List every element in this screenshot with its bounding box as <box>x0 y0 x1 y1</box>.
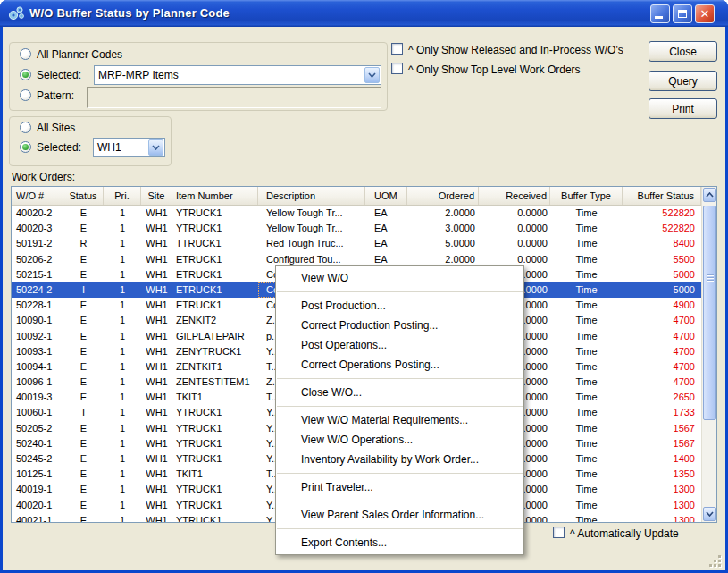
column-header-uom[interactable]: UOM <box>365 187 407 205</box>
cell-site: WH1 <box>141 405 172 420</box>
automatically-update-checkbox[interactable] <box>553 527 565 538</box>
column-header-status[interactable]: Status <box>63 187 104 205</box>
menu-item-view-w-o-operations[interactable]: View W/O Operations... <box>276 430 523 450</box>
cell-site: WH1 <box>141 267 172 282</box>
cell-item-number: ZENYTRUCK1 <box>172 344 258 359</box>
cell-item-number: ETRUCK1 <box>172 252 258 267</box>
cell-buffer-type: Time <box>550 498 623 513</box>
cell-description: Yellow Tough Tr... <box>258 206 365 221</box>
site-selected-label: Selected: <box>37 141 81 154</box>
planner-pattern-radio[interactable] <box>20 89 31 101</box>
column-header-buffer-status[interactable]: Buffer Status <box>623 187 701 205</box>
column-header-item-number[interactable]: Item Number <box>172 187 258 205</box>
menu-item-view-parent-sales-order-information[interactable]: View Parent Sales Order Information... <box>276 505 523 525</box>
cell-ordered: 2.0000 <box>407 206 479 221</box>
planner-pattern-label: Pattern: <box>37 89 74 102</box>
cell-pri: 1 <box>104 344 141 359</box>
cell-w-o: 40020-3 <box>12 221 63 236</box>
cell-site: WH1 <box>141 513 172 522</box>
cell-buffer-type: Time <box>550 482 623 497</box>
menu-item-post-operations[interactable]: Post Operations... <box>276 335 523 355</box>
vertical-scrollbar[interactable] <box>701 187 716 522</box>
all-planner-codes-radio[interactable] <box>20 48 31 60</box>
cell-w-o: 10096-1 <box>12 375 63 390</box>
cell-site: WH1 <box>141 467 172 482</box>
cell-item-number: YTRUCK1 <box>172 513 258 522</box>
title-bar[interactable]: W/O Buffer Status by Planner Code ✕ <box>0 0 728 27</box>
cell-item-number: ETRUCK1 <box>172 298 258 313</box>
print-button[interactable]: Print <box>649 98 717 119</box>
resize-grip[interactable] <box>709 555 723 569</box>
column-header-pri[interactable]: Pri. <box>104 187 141 205</box>
site-selected-radio[interactable] <box>20 141 31 153</box>
close-window-button[interactable]: ✕ <box>695 4 715 23</box>
cell-pri: 1 <box>104 267 141 282</box>
cell-item-number: YTRUCK1 <box>172 206 258 221</box>
cell-status: E <box>63 298 104 313</box>
site-combobox[interactable]: WH1 <box>93 138 165 157</box>
cell-uom: EA <box>365 221 407 236</box>
maximize-button[interactable] <box>673 4 692 23</box>
only-released-inprocess-checkbox[interactable] <box>391 43 403 55</box>
cell-w-o: 10094-1 <box>12 359 63 375</box>
minimize-button[interactable] <box>650 4 670 23</box>
cell-buffer-status: 522820 <box>623 221 701 236</box>
cell-buffer-status: 1300 <box>623 513 701 522</box>
cell-buffer-type: Time <box>550 329 623 344</box>
planner-combo-dropdown-button[interactable] <box>364 67 380 83</box>
cell-w-o: 50240-1 <box>12 436 63 451</box>
menu-item-correct-production-posting[interactable]: Correct Production Posting... <box>276 316 523 335</box>
cell-item-number: TTRUCK1 <box>172 236 258 251</box>
planner-pattern-input[interactable] <box>87 87 381 108</box>
column-header-w-o[interactable]: W/O # <box>12 187 63 205</box>
cell-w-o: 10090-1 <box>12 313 63 328</box>
cell-buffer-type: Time <box>550 390 623 405</box>
menu-item-correct-operations-posting[interactable]: Correct Operations Posting... <box>276 355 523 375</box>
menu-item-view-w-o[interactable]: View W/O <box>276 268 523 288</box>
cell-item-number: ZENTKIT1 <box>172 359 258 375</box>
cell-item-number: YTRUCK1 <box>172 498 258 513</box>
menu-item-post-production[interactable]: Post Production... <box>276 296 523 316</box>
cell-buffer-status: 1567 <box>623 421 701 436</box>
cell-buffer-status: 4700 <box>623 313 701 328</box>
cell-w-o: 40020-2 <box>12 206 63 221</box>
menu-item-export-contents[interactable]: Export Contents... <box>276 533 523 552</box>
cell-site: WH1 <box>141 421 172 436</box>
column-header-description[interactable]: Description <box>258 187 365 205</box>
menu-item-print-traveler[interactable]: Print Traveler... <box>276 477 523 497</box>
cell-buffer-status: 5000 <box>623 282 701 298</box>
all-sites-radio[interactable] <box>20 122 31 133</box>
cell-uom: EA <box>365 236 407 251</box>
column-header-buffer-type[interactable]: Buffer Type <box>550 187 623 205</box>
planner-selected-radio[interactable] <box>20 69 31 80</box>
menu-item-close-w-o[interactable]: Close W/O... <box>276 383 523 402</box>
cell-buffer-status: 4700 <box>623 344 701 359</box>
cell-pri: 1 <box>104 513 141 522</box>
column-header-received[interactable]: Received <box>479 187 550 205</box>
planner-code-combobox[interactable]: MRP-MRP Items <box>94 65 381 85</box>
cell-w-o: 10093-1 <box>12 344 63 359</box>
scrollbar-thumb[interactable] <box>703 206 716 420</box>
menu-item-view-w-o-material-requirements[interactable]: View W/O Material Requirements... <box>276 410 523 430</box>
scroll-up-button[interactable] <box>703 188 716 202</box>
cell-site: WH1 <box>141 375 172 390</box>
cell-buffer-status: 4700 <box>623 329 701 344</box>
scroll-down-button[interactable] <box>703 507 716 521</box>
table-row[interactable]: 40020-3E1WH1YTRUCK1Yellow Tough Tr...EA3… <box>12 221 701 236</box>
cell-w-o: 50215-1 <box>12 267 63 282</box>
close-button[interactable]: Close <box>649 41 717 62</box>
column-header-ordered[interactable]: Ordered <box>407 187 479 205</box>
site-combo-dropdown-button[interactable] <box>148 139 163 156</box>
cell-buffer-status: 4700 <box>623 375 701 390</box>
cell-pri: 1 <box>104 390 141 405</box>
only-top-level-checkbox[interactable] <box>391 63 403 74</box>
cell-received: 0.0000 <box>479 221 550 236</box>
menu-item-inventory-availability-by-work-order[interactable]: Inventory Availability by Work Order... <box>276 450 523 469</box>
cell-item-number: ETRUCK1 <box>172 267 258 282</box>
query-button[interactable]: Query <box>649 71 717 91</box>
table-row[interactable]: 40020-2E1WH1YTRUCK1Yellow Tough Tr...EA2… <box>12 206 701 221</box>
cell-buffer-status: 4900 <box>623 298 701 313</box>
cell-description: Red Tough Truc... <box>258 236 365 251</box>
table-row[interactable]: 50191-2R1WH1TTRUCK1Red Tough Truc...EA5.… <box>12 236 701 251</box>
column-header-site[interactable]: Site <box>141 187 172 205</box>
